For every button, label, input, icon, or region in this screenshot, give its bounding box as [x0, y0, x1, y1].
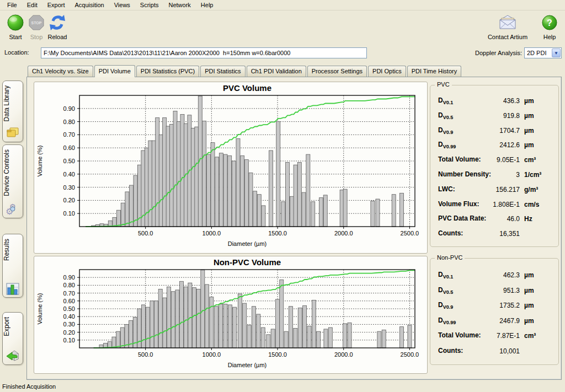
tab-pdi-volume[interactable]: PDI Volume	[94, 65, 135, 77]
tab-pdi-time-history[interactable]: PDI Time History	[407, 66, 462, 77]
svg-text:?: ?	[547, 18, 552, 28]
stat-label: Total Volume:	[438, 331, 481, 339]
tab-ch1-pdi-validation[interactable]: Ch1 PDI Validation	[247, 66, 306, 77]
svg-text:PVC Volume: PVC Volume	[223, 83, 271, 93]
doppler-analysis-dropdown[interactable]: 2D PDI ▼	[524, 47, 562, 58]
location-label: Location:	[4, 49, 29, 56]
svg-text:0.70: 0.70	[63, 131, 75, 138]
stat-unit: µm	[524, 287, 534, 294]
menu-item-acquisition[interactable]: Acquisition	[70, 1, 109, 9]
svg-text:STOP: STOP	[31, 21, 42, 25]
stat-row: Counts:16,351	[430, 229, 558, 241]
toolbar: Start STOP Stop Reload	[0, 10, 565, 46]
svg-text:2000.0: 2000.0	[334, 230, 353, 237]
menu-item-file[interactable]: File	[2, 1, 22, 9]
help-button[interactable]: ? Help	[539, 13, 561, 40]
svg-text:0.50: 0.50	[63, 158, 75, 164]
tab-processor-settings[interactable]: Processor Settings	[307, 66, 367, 77]
stat-value: 156.217	[479, 186, 520, 194]
sidebar-item-label: Export	[3, 317, 23, 336]
location-input[interactable]	[41, 47, 367, 58]
stat-value: 462.3	[479, 271, 520, 279]
sidebar-item-export[interactable]: Export	[2, 312, 23, 365]
stat-row: Number Density:31/cm³	[430, 170, 558, 182]
svg-text:0.40: 0.40	[63, 313, 75, 320]
menu-item-edit[interactable]: Edit	[22, 1, 42, 9]
menu-item-help[interactable]: Help	[196, 1, 218, 9]
stat-label: Volume Flux:	[438, 200, 479, 208]
menu-item-views[interactable]: Views	[109, 1, 135, 9]
nonpvc-volume-chart: 0.100.200.300.400.500.600.700.800.90500.…	[34, 256, 424, 371]
reload-button[interactable]: Reload	[43, 13, 72, 40]
svg-text:Non-PVC Volume: Non-PVC Volume	[214, 257, 281, 267]
svg-text:1000.0: 1000.0	[202, 230, 221, 237]
stat-label: DV0.99	[438, 141, 456, 149]
nonpvc-stats-title: Non-PVC	[435, 254, 465, 261]
menu-item-scripts[interactable]: Scripts	[135, 1, 164, 9]
tab-pdi-statistics-pvc-[interactable]: PDI Statistics (PVC)	[136, 66, 199, 77]
stat-unit: g/m³	[524, 186, 538, 194]
stat-row: Total Volume:7.87E-1cm³	[430, 331, 558, 343]
svg-text:0.30: 0.30	[63, 184, 75, 191]
stat-value: 1704.7	[479, 127, 520, 135]
tab-ch1-velocity-vs-size[interactable]: Ch1 Velocity vs. Size	[28, 66, 93, 77]
svg-text:0.90: 0.90	[63, 274, 75, 281]
stat-label: LWC:	[438, 185, 455, 193]
folders-icon	[3, 126, 23, 139]
svg-text:0.20: 0.20	[63, 329, 75, 336]
stat-value: 2467.9	[479, 317, 520, 325]
stat-label: Counts:	[438, 229, 463, 237]
menu-item-export[interactable]: Export	[42, 1, 70, 9]
tab-pdi-statistics[interactable]: PDI Statistics	[200, 66, 245, 77]
sidebar-item-results[interactable]: Results	[2, 234, 23, 298]
contact-artium-button[interactable]: Contact Artium	[484, 13, 531, 40]
content-panel: 0.100.200.300.400.500.600.700.800.90500.…	[26, 77, 562, 380]
stat-row: PVC Data Rate:46.0Hz	[430, 214, 558, 227]
help-icon: ?	[539, 13, 561, 33]
stat-value: 16,351	[479, 230, 520, 238]
stat-label: Counts:	[438, 347, 463, 355]
sidebar-item-device-controls[interactable]: Device Controls⚙⚙	[2, 144, 23, 218]
stat-value: 7.87E-1	[479, 332, 520, 340]
svg-text:Diameter (µm): Diameter (µm)	[228, 240, 267, 247]
help-label: Help	[539, 34, 561, 40]
stat-value: 436.3	[479, 97, 520, 105]
stat-unit: µm	[524, 302, 534, 309]
status-text: Finished Acquisition	[2, 383, 56, 390]
stat-unit: µm	[524, 97, 534, 105]
contact-artium-label: Contact Artium	[484, 34, 531, 40]
tab-pdi-optics[interactable]: PDI Optics	[368, 66, 406, 77]
nonpvc-volume-chart-panel: 0.100.200.300.400.500.600.700.800.90500.…	[34, 256, 428, 374]
svg-text:0.60: 0.60	[63, 298, 75, 304]
menu-item-network[interactable]: Network	[163, 1, 195, 9]
reload-label: Reload	[43, 34, 72, 40]
gears-icon: ⚙⚙	[3, 201, 23, 216]
stat-unit: µm	[524, 271, 534, 279]
sidebar-item-label: Device Controls	[3, 149, 23, 196]
stat-value: 951.3	[479, 287, 520, 294]
stat-label: DV0.99	[438, 316, 456, 325]
sidebar-item-data-library[interactable]: Data Library	[2, 80, 23, 142]
doppler-analysis-value: 2D PDI	[527, 50, 546, 56]
stat-row: DV0.992412.6µm	[430, 141, 558, 153]
stat-value: 1.808E-1	[479, 201, 520, 208]
svg-text:2500.0: 2500.0	[401, 351, 419, 358]
export-icon	[3, 349, 23, 362]
doppler-analysis-label: Doppler Analysis:	[475, 50, 522, 56]
svg-text:0.60: 0.60	[63, 144, 75, 151]
pvc-stats-group: PVC DV0.1436.3µmDV0.5919.8µmDV0.91704.7µ…	[430, 85, 559, 247]
stat-label: DV0.5	[438, 111, 453, 120]
sidebar-item-label: Data Library	[3, 85, 23, 121]
svg-text:0.90: 0.90	[63, 105, 75, 112]
pvc-volume-chart-panel: 0.100.200.300.400.500.600.700.800.90500.…	[34, 82, 428, 254]
pvc-volume-chart: 0.100.200.300.400.500.600.700.800.90500.…	[34, 82, 424, 250]
svg-text:0.10: 0.10	[63, 337, 75, 343]
stat-row: DV0.91704.7µm	[430, 126, 558, 138]
envelope-icon	[484, 13, 531, 33]
stat-value: 3	[479, 171, 520, 179]
stat-label: Total Volume:	[438, 155, 481, 163]
stat-value: 1735.2	[479, 302, 520, 309]
svg-text:0.50: 0.50	[63, 305, 75, 312]
chevron-down-icon[interactable]: ▼	[552, 49, 561, 57]
svg-text:500.0: 500.0	[138, 351, 153, 358]
